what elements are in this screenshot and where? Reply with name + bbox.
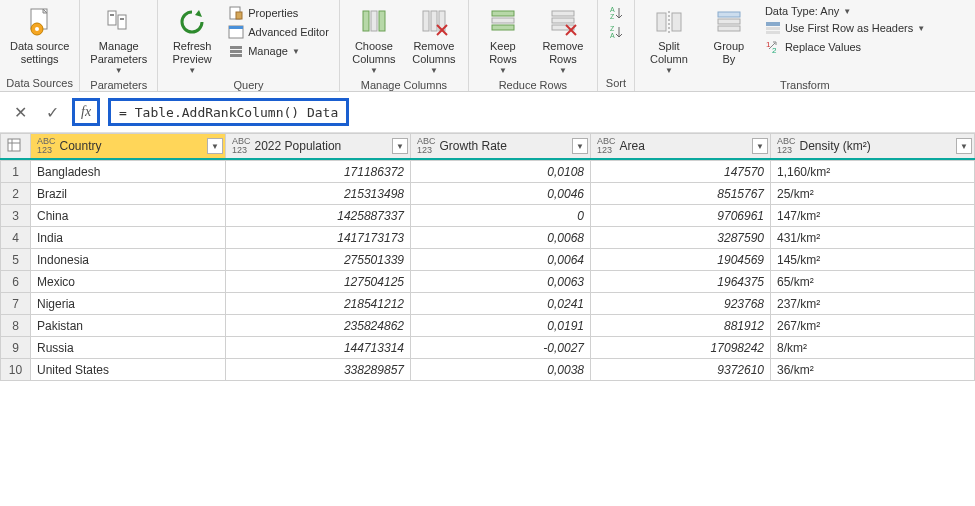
cell-country[interactable]: Brazil xyxy=(31,183,226,205)
cell-country[interactable]: Pakistan xyxy=(31,315,226,337)
first-row-headers-button[interactable]: Use First Row as Headers ▼ xyxy=(761,19,929,37)
cell-area[interactable]: 1904569 xyxy=(591,249,771,271)
table-row[interactable]: 5Indonesia2755013390,00641904569145/km² xyxy=(1,249,975,271)
cell-country[interactable]: United States xyxy=(31,359,226,381)
table-row[interactable]: 2Brazil2153134980,0046851576725/km² xyxy=(1,183,975,205)
cell-population[interactable]: 215313498 xyxy=(226,183,411,205)
cell-density[interactable]: 267/km² xyxy=(771,315,975,337)
cancel-formula-button[interactable]: ✕ xyxy=(8,100,32,124)
cell-area[interactable]: 147570 xyxy=(591,161,771,183)
cell-country[interactable]: Russia xyxy=(31,337,226,359)
cell-growth[interactable]: 0,0068 xyxy=(411,227,591,249)
cell-population[interactable]: 338289857 xyxy=(226,359,411,381)
cell-density[interactable]: 147/km² xyxy=(771,205,975,227)
cell-population[interactable]: 1417173173 xyxy=(226,227,411,249)
table-row[interactable]: 10United States3382898570,0038937261036/… xyxy=(1,359,975,381)
formula-input[interactable]: = Table.AddRankColumn() Data xyxy=(108,98,349,126)
cell-population[interactable]: 218541212 xyxy=(226,293,411,315)
cell-growth[interactable]: 0,0241 xyxy=(411,293,591,315)
cell-population[interactable]: 235824862 xyxy=(226,315,411,337)
filter-button[interactable]: ▼ xyxy=(956,138,972,154)
group-label-transform: Transform xyxy=(639,78,971,93)
accept-formula-button[interactable]: ✓ xyxy=(40,100,64,124)
choose-columns-button[interactable]: ChooseColumns ▼ xyxy=(344,2,404,78)
cell-country[interactable]: Nigeria xyxy=(31,293,226,315)
cell-growth[interactable]: 0,0191 xyxy=(411,315,591,337)
table-row[interactable]: 3China142588733709706961147/km² xyxy=(1,205,975,227)
cell-population[interactable]: 275501339 xyxy=(226,249,411,271)
column-header-area[interactable]: ABC123 Area ▼ xyxy=(591,134,771,160)
table-row[interactable]: 6Mexico1275041250,0063196437565/km² xyxy=(1,271,975,293)
refresh-preview-button[interactable]: RefreshPreview ▼ xyxy=(162,2,222,78)
remove-rows-button[interactable]: RemoveRows ▼ xyxy=(533,2,593,78)
cell-area[interactable]: 881912 xyxy=(591,315,771,337)
advanced-editor-button[interactable]: Advanced Editor xyxy=(224,23,333,41)
svg-rect-14 xyxy=(363,11,369,31)
cell-growth[interactable]: 0,0108 xyxy=(411,161,591,183)
type-any-icon: ABC123 xyxy=(597,137,616,155)
cell-density[interactable]: 145/km² xyxy=(771,249,975,271)
cell-growth[interactable]: 0 xyxy=(411,205,591,227)
sort-asc-button[interactable]: AZ xyxy=(604,4,628,22)
choose-columns-icon xyxy=(359,4,389,40)
cell-growth[interactable]: -0,0027 xyxy=(411,337,591,359)
cell-density[interactable]: 1,160/km² xyxy=(771,161,975,183)
svg-text:A: A xyxy=(610,6,615,13)
split-column-button[interactable]: SplitColumn ▼ xyxy=(639,2,699,78)
cell-density[interactable]: 25/km² xyxy=(771,183,975,205)
cell-growth[interactable]: 0,0046 xyxy=(411,183,591,205)
cell-density[interactable]: 237/km² xyxy=(771,293,975,315)
cell-area[interactable]: 8515767 xyxy=(591,183,771,205)
cell-area[interactable]: 9706961 xyxy=(591,205,771,227)
column-header-country[interactable]: ABC123 Country ▼ xyxy=(31,134,226,160)
remove-columns-button[interactable]: RemoveColumns ▼ xyxy=(404,2,464,78)
cell-country[interactable]: Mexico xyxy=(31,271,226,293)
data-source-settings-button[interactable]: Data sourcesettings xyxy=(4,2,75,68)
row-number: 1 xyxy=(1,161,31,183)
data-type-button[interactable]: Data Type: Any ▼ xyxy=(761,4,929,18)
cell-country[interactable]: India xyxy=(31,227,226,249)
svg-rect-16 xyxy=(379,11,385,31)
table-row[interactable]: 4India14171731730,00683287590431/km² xyxy=(1,227,975,249)
filter-button[interactable]: ▼ xyxy=(572,138,588,154)
table-row[interactable]: 1Bangladesh1711863720,01081475701,160/km… xyxy=(1,161,975,183)
cell-area[interactable]: 1964375 xyxy=(591,271,771,293)
cell-country[interactable]: China xyxy=(31,205,226,227)
filter-button[interactable]: ▼ xyxy=(207,138,223,154)
cell-population[interactable]: 127504125 xyxy=(226,271,411,293)
column-header-density[interactable]: ABC123 Density (km²) ▼ xyxy=(771,134,975,160)
cell-population[interactable]: 144713314 xyxy=(226,337,411,359)
fx-button[interactable]: fx xyxy=(72,98,100,126)
cell-area[interactable]: 9372610 xyxy=(591,359,771,381)
table-row[interactable]: 8Pakistan2358248620,0191881912267/km² xyxy=(1,315,975,337)
filter-button[interactable]: ▼ xyxy=(752,138,768,154)
cell-density[interactable]: 65/km² xyxy=(771,271,975,293)
table-row[interactable]: 7Nigeria2185412120,0241923768237/km² xyxy=(1,293,975,315)
cell-growth[interactable]: 0,0038 xyxy=(411,359,591,381)
cell-density[interactable]: 36/km² xyxy=(771,359,975,381)
cell-growth[interactable]: 0,0064 xyxy=(411,249,591,271)
table-corner-button[interactable] xyxy=(1,134,31,160)
cell-area[interactable]: 17098242 xyxy=(591,337,771,359)
group-label-sort: Sort xyxy=(602,76,630,91)
cell-area[interactable]: 3287590 xyxy=(591,227,771,249)
manage-parameters-button[interactable]: ManageParameters ▼ xyxy=(84,2,153,78)
table-row[interactable]: 9Russia144713314-0,0027170982428/km² xyxy=(1,337,975,359)
cell-country[interactable]: Bangladesh xyxy=(31,161,226,183)
properties-button[interactable]: Properties xyxy=(224,4,333,22)
replace-values-button[interactable]: 12 Replace Values xyxy=(761,38,929,56)
cell-density[interactable]: 8/km² xyxy=(771,337,975,359)
cell-population[interactable]: 171186372 xyxy=(226,161,411,183)
cell-growth[interactable]: 0,0063 xyxy=(411,271,591,293)
cell-country[interactable]: Indonesia xyxy=(31,249,226,271)
cell-population[interactable]: 1425887337 xyxy=(226,205,411,227)
group-by-button[interactable]: GroupBy xyxy=(699,2,759,68)
cell-area[interactable]: 923768 xyxy=(591,293,771,315)
column-header-growth[interactable]: ABC123 Growth Rate ▼ xyxy=(411,134,591,160)
manage-button[interactable]: Manage ▼ xyxy=(224,42,333,60)
cell-density[interactable]: 431/km² xyxy=(771,227,975,249)
filter-button[interactable]: ▼ xyxy=(392,138,408,154)
keep-rows-button[interactable]: KeepRows ▼ xyxy=(473,2,533,78)
column-header-population[interactable]: ABC123 2022 Population ▼ xyxy=(226,134,411,160)
sort-desc-button[interactable]: ZA xyxy=(604,23,628,41)
